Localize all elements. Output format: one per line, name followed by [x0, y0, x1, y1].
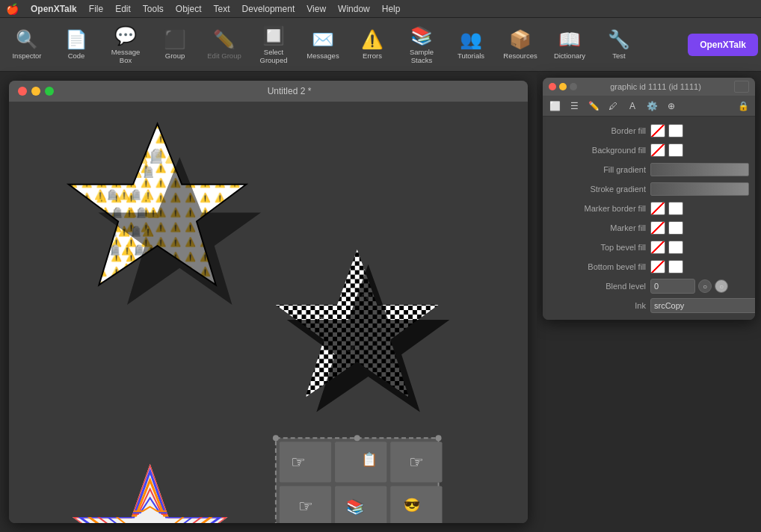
toolbar-errors[interactable]: ⚠️ Errors: [348, 21, 396, 69]
blend-level-input[interactable]: [650, 279, 695, 294]
resources-label: Resources: [503, 52, 537, 60]
top-bevel-fill-value: [650, 241, 749, 254]
select-grouped-label: Select Grouped: [253, 48, 295, 64]
toolbar-messages[interactable]: ✉️ Messages: [299, 21, 347, 69]
blend-level-value: ○ ○: [650, 279, 749, 294]
edit-menu[interactable]: Edit: [115, 4, 131, 14]
development-menu[interactable]: Development: [242, 4, 295, 14]
canvas-window: Untitled 2 * ⚠️: [9, 81, 528, 523]
svg-text:☞: ☞: [298, 497, 313, 516]
help-menu[interactable]: Help: [382, 4, 401, 14]
select-grouped-icon: 🔲: [262, 25, 285, 46]
group-icon: ⬛: [164, 29, 186, 50]
inspector-toolbar: ⬜ ☰ ✏️ 🖊 A ⚙️ ⊕ 🔒: [543, 96, 755, 117]
prop-background-fill: Background fill: [549, 140, 749, 160]
inspector-minimize[interactable]: [559, 83, 567, 90]
group-label: Group: [165, 52, 185, 60]
background-fill-swatch-x[interactable]: [650, 143, 665, 157]
sample-stacks-label: Sample Stacks: [401, 48, 443, 64]
tutorials-label: Tutorials: [457, 52, 484, 60]
inspector-tool-pen[interactable]: ✏️: [585, 98, 603, 114]
inspector-tool-share[interactable]: ⊕: [662, 98, 680, 114]
blend-controls: ○ ○: [650, 279, 728, 294]
prop-border-fill: Border fill: [549, 121, 749, 140]
toolbar-group[interactable]: ⬛ Group: [151, 21, 199, 69]
toolbar-select-grouped[interactable]: 🔲 Select Grouped: [250, 21, 298, 69]
window-titlebar: Untitled 2 *: [9, 81, 528, 102]
toolbar-test[interactable]: 🔧 Test: [595, 21, 643, 69]
minimize-button[interactable]: [31, 87, 40, 96]
toolbar-edit-group: ✏️ Edit Group: [200, 21, 248, 69]
inspector-tool-pen2[interactable]: 🖊: [604, 98, 622, 114]
edit-group-icon: ✏️: [213, 29, 235, 50]
toolbar-resources[interactable]: 📦 Resources: [496, 21, 544, 69]
marker-fill-swatch-x[interactable]: [650, 221, 665, 235]
background-fill-label: Background fill: [549, 146, 646, 155]
inspector-maximize[interactable]: [570, 83, 577, 90]
inspector-tool-list[interactable]: ☰: [565, 98, 583, 114]
object-menu[interactable]: Object: [176, 4, 202, 14]
ink-input[interactable]: [650, 298, 755, 313]
blend-increment[interactable]: ○: [715, 279, 728, 293]
background-fill-swatch-color[interactable]: [668, 143, 683, 157]
toolbar-tutorials[interactable]: 👥 Tutorials: [447, 21, 495, 69]
bottom-bevel-fill-swatch-x[interactable]: [650, 260, 665, 273]
inspector-close[interactable]: [549, 83, 556, 90]
marker-border-fill-swatch-color[interactable]: [668, 202, 683, 215]
border-fill-label: Border fill: [549, 126, 646, 135]
inspector-title: graphic id 1111 (id 1111): [582, 82, 730, 91]
openxtalk-button[interactable]: OpenXTalk: [688, 34, 758, 56]
marker-border-fill-swatch-x[interactable]: [650, 202, 665, 215]
stroke-gradient-bar[interactable]: [650, 182, 749, 196]
top-bevel-fill-swatch-color[interactable]: [668, 241, 683, 254]
inspector-tool-lock[interactable]: 🔒: [734, 98, 752, 114]
border-fill-swatch-color[interactable]: [668, 124, 683, 137]
inspector-tool-text[interactable]: A: [623, 98, 641, 114]
tools-menu[interactable]: Tools: [143, 4, 164, 14]
window-title: Untitled 2 *: [60, 86, 519, 96]
window-content[interactable]: ⚠️: [9, 102, 528, 523]
fill-gradient-bar[interactable]: [650, 163, 749, 176]
prop-top-bevel-fill: Top bevel fill: [549, 238, 749, 257]
prop-marker-fill: Marker fill: [549, 218, 749, 238]
message-box-icon: 💬: [114, 25, 137, 46]
canvas-svg: ⚠️: [9, 102, 528, 523]
inspector-tool-rect[interactable]: ⬜: [546, 98, 564, 114]
svg-text:⚠️🪦⚠️🪦⚠️: ⚠️🪦⚠️🪦⚠️: [94, 189, 155, 201]
maximize-button[interactable]: [45, 87, 54, 96]
traffic-lights: [18, 87, 54, 96]
ink-label: Ink: [549, 301, 646, 310]
bottom-bevel-fill-swatch-color[interactable]: [668, 260, 683, 273]
test-icon: 🔧: [608, 29, 630, 50]
stroke-gradient-value: [650, 182, 749, 196]
file-menu[interactable]: File: [89, 4, 103, 14]
app-menu[interactable]: OpenXTalk: [31, 4, 77, 14]
prop-bottom-bevel-fill: Bottom bevel fill: [549, 257, 749, 276]
window-menu[interactable]: Window: [338, 4, 370, 14]
toolbar-dictionary[interactable]: 📖 Dictionary: [546, 21, 594, 69]
toolbar-inspector[interactable]: 🔍 Inspector: [3, 21, 51, 69]
border-fill-swatch-x[interactable]: [650, 124, 665, 137]
apple-menu[interactable]: 🍎: [6, 3, 19, 15]
view-menu[interactable]: View: [306, 4, 326, 14]
close-button[interactable]: [18, 87, 27, 96]
inspector-tool-gear[interactable]: ⚙️: [643, 98, 661, 114]
svg-text:☞: ☞: [331, 272, 342, 285]
marker-fill-swatch-color[interactable]: [668, 221, 683, 235]
test-label: Test: [612, 52, 625, 60]
dictionary-icon: 📖: [558, 29, 581, 50]
toolbar-message-box[interactable]: 💬 Message Box: [102, 21, 150, 69]
blend-decrement[interactable]: ○: [698, 279, 712, 293]
toolbar-code[interactable]: 📄 Code: [52, 21, 100, 69]
text-menu[interactable]: Text: [214, 4, 230, 14]
inspector-icon: 🔍: [16, 29, 38, 50]
bottom-bevel-fill-value: [650, 260, 749, 273]
top-bevel-fill-swatch-x[interactable]: [650, 241, 665, 254]
border-fill-value: [650, 124, 749, 137]
toolbar-sample-stacks[interactable]: 📚 Sample Stacks: [398, 21, 446, 69]
svg-text:😎: 😎: [404, 497, 421, 513]
marker-fill-value: [650, 221, 749, 235]
inspector-pin[interactable]: [734, 81, 749, 93]
fill-gradient-value: [650, 163, 749, 176]
prop-fill-gradient: Fill gradient: [549, 160, 749, 179]
